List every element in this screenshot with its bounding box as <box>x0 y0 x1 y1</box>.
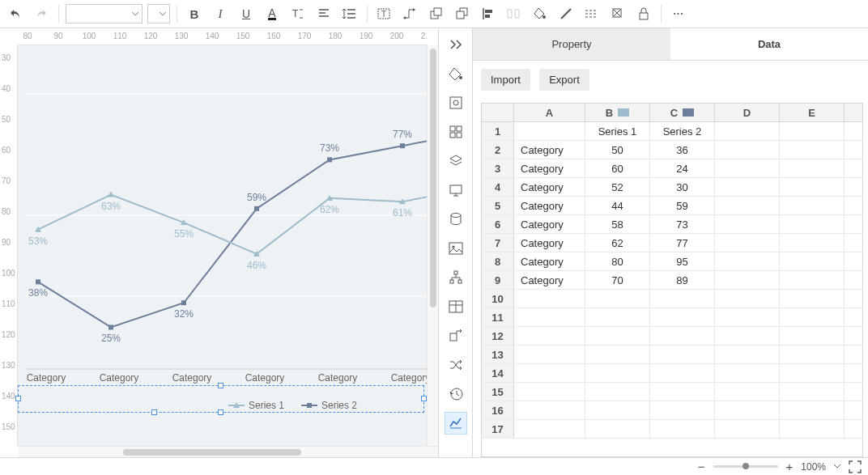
bold-button[interactable]: B <box>184 3 205 24</box>
table-row[interactable]: 3Category6024 <box>482 159 862 178</box>
canvas-page[interactable]: 53%63%55%46%62%61%65%38%25%32%59%73%77%8… <box>18 45 427 446</box>
table-row[interactable]: 5Category4459 <box>482 197 862 215</box>
fill-button[interactable] <box>530 3 551 24</box>
font-size-select[interactable] <box>147 4 170 23</box>
line-button[interactable] <box>555 3 577 24</box>
settings-tool[interactable] <box>445 91 467 114</box>
tab-data[interactable]: Data <box>670 28 868 60</box>
svg-text:Category: Category <box>318 372 358 384</box>
text-format-button[interactable]: T <box>287 3 308 24</box>
canvas-area: 8090100110120130140150160170180190200210… <box>0 28 439 457</box>
hierarchy-tool[interactable] <box>445 266 467 289</box>
table-row[interactable]: 11 <box>482 308 862 327</box>
selection-box[interactable] <box>18 385 424 413</box>
database-tool[interactable] <box>445 208 467 231</box>
presentation-tool[interactable] <box>445 179 467 201</box>
table-row[interactable]: 6Category5873 <box>482 215 862 234</box>
export-button[interactable]: Export <box>539 69 589 91</box>
svg-rect-28 <box>108 324 113 329</box>
grid-tool[interactable] <box>445 121 467 143</box>
table-row[interactable]: 9Category7089 <box>482 271 862 290</box>
fill-tool[interactable] <box>445 62 467 85</box>
svg-text:Category: Category <box>27 372 66 384</box>
layers-tool[interactable] <box>445 150 467 172</box>
line-style-button[interactable] <box>581 3 602 24</box>
table-row[interactable]: 1Series 1Series 2 <box>482 122 862 141</box>
table-row[interactable]: 7Category6277 <box>482 234 862 252</box>
data-grid[interactable]: A B C D E 1Series 1Series 22Category5036… <box>481 103 863 457</box>
svg-point-62 <box>452 246 454 248</box>
zoom-slider[interactable] <box>713 465 778 468</box>
bring-front-button[interactable] <box>426 3 447 24</box>
chart-tool[interactable] <box>445 412 467 435</box>
fullscreen-button[interactable] <box>849 460 862 473</box>
table-row[interactable]: 16 <box>482 401 862 420</box>
lock-button[interactable] <box>633 3 654 24</box>
text-box-button[interactable]: T <box>374 3 395 24</box>
svg-text:73%: 73% <box>320 142 339 154</box>
table-row[interactable]: 8Category8095 <box>482 252 862 271</box>
zoom-out-button[interactable]: − <box>698 460 705 473</box>
svg-rect-59 <box>450 185 462 193</box>
canvas-scroll-v[interactable] <box>427 45 438 446</box>
underline-button[interactable]: U <box>236 3 257 24</box>
align-button[interactable] <box>313 3 334 24</box>
table-row[interactable]: 13 <box>482 346 862 364</box>
svg-rect-30 <box>181 300 186 305</box>
table-row[interactable]: 17 <box>482 420 862 439</box>
svg-rect-56 <box>457 126 462 131</box>
table-row[interactable]: 4Category5230 <box>482 178 862 197</box>
svg-rect-53 <box>450 97 462 108</box>
svg-rect-57 <box>450 133 455 138</box>
table-row[interactable]: 2Category5036 <box>482 141 862 159</box>
svg-rect-10 <box>508 10 512 18</box>
line-spacing-button[interactable] <box>339 3 360 24</box>
svg-text:61%: 61% <box>393 207 412 218</box>
svg-rect-64 <box>450 280 453 283</box>
svg-point-12 <box>542 15 546 19</box>
collapse-button[interactable] <box>445 33 467 56</box>
tab-property[interactable]: Property <box>473 28 670 60</box>
transform-tool[interactable] <box>445 324 467 347</box>
svg-text:32%: 32% <box>174 308 194 320</box>
table-row[interactable]: 15 <box>482 383 862 401</box>
more-button[interactable]: ··· <box>668 3 689 24</box>
svg-rect-58 <box>457 133 462 138</box>
history-tool[interactable] <box>445 383 467 405</box>
table-row[interactable]: 14 <box>482 364 862 383</box>
table-row[interactable]: 12 <box>482 327 862 346</box>
svg-text:46%: 46% <box>247 260 266 271</box>
right-panel: Property Data Import Export A B C D E 1S… <box>473 28 868 457</box>
svg-rect-26 <box>36 279 40 284</box>
table-row[interactable]: 10 <box>482 290 862 308</box>
svg-point-54 <box>453 100 458 105</box>
table-tool[interactable] <box>445 295 467 318</box>
image-tool[interactable] <box>445 237 467 260</box>
italic-button[interactable]: I <box>210 3 231 24</box>
shuffle-tool[interactable] <box>445 354 467 376</box>
svg-text:55%: 55% <box>174 228 194 240</box>
canvas-scroll-h[interactable] <box>18 446 438 457</box>
align-left-tool[interactable] <box>478 3 499 24</box>
zoom-dropdown-icon[interactable] <box>834 464 840 470</box>
undo-button[interactable] <box>5 3 26 24</box>
shadow-button[interactable] <box>607 3 628 24</box>
ruler-vertical: 30405060708090100110120130140150 <box>0 45 18 446</box>
svg-text:62%: 62% <box>320 204 339 215</box>
font-color-button[interactable]: A <box>262 3 283 24</box>
connector-button[interactable] <box>400 3 421 24</box>
import-button[interactable]: Import <box>481 69 530 91</box>
send-back-button[interactable] <box>452 3 473 24</box>
font-family-select[interactable] <box>66 4 143 23</box>
svg-rect-7 <box>457 11 464 19</box>
svg-rect-34 <box>327 157 332 162</box>
svg-text:T: T <box>292 8 299 19</box>
redo-button[interactable] <box>31 3 52 24</box>
status-bar: − + 100% <box>0 457 868 475</box>
svg-point-52 <box>459 76 462 79</box>
svg-text:Category: Category <box>172 372 212 384</box>
svg-rect-67 <box>450 333 457 341</box>
zoom-in-button[interactable]: + <box>786 460 794 473</box>
distribute-button[interactable] <box>504 3 525 24</box>
svg-rect-55 <box>450 126 455 131</box>
